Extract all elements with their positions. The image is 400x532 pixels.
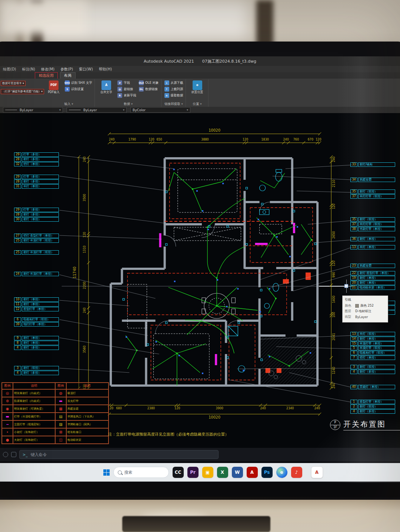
capcut-icon[interactable]: CC (173, 467, 184, 478)
ole-object-button[interactable]: OLEOLE 对象 (139, 80, 159, 85)
dimension-label[interactable]: 1830 (261, 138, 269, 141)
dimension-label[interactable]: 1240 (332, 367, 336, 374)
callout[interactable]: 25射灯·吊顶灯带（双控） (14, 250, 59, 255)
linetype-combo[interactable]: ByLayer ▾ (67, 107, 127, 113)
dimension-label[interactable]: 3900 (216, 407, 223, 410)
callout[interactable]: 13吊灯（单控） (350, 245, 395, 250)
dimension-label[interactable]: 120 (332, 204, 336, 209)
dimension-label[interactable]: 1400 (332, 295, 336, 303)
dimension-label[interactable]: 120 (243, 138, 248, 141)
dimension-label[interactable]: 3500 (83, 194, 86, 201)
set-location-button[interactable]: ⊕设置位置 (189, 80, 206, 94)
dimension-label[interactable]: 240 (83, 156, 86, 162)
dimension-label[interactable]: 240 (332, 383, 336, 389)
callout[interactable]: 33射灯/镜柜 (350, 162, 395, 167)
upload-to-source-button[interactable]: ↑上载到源 (164, 87, 183, 92)
title-block[interactable]: P 1F 开关布置图 PLAN SCALE (330, 419, 400, 430)
dimension-label[interactable]: 240 (109, 138, 114, 141)
callout[interactable]: 7壁灯（单控） (350, 356, 395, 360)
callout[interactable]: 29灯带（多控） (14, 152, 59, 157)
dimension-label[interactable]: 120 (149, 138, 154, 141)
recognize-shx-text-button[interactable]: SHX识别 SHX 文字 (65, 80, 92, 85)
callout[interactable]: 4射灯（多控） (350, 370, 395, 374)
callout[interactable]: 31吊灯（单控） (14, 184, 59, 189)
callout[interactable]: 8射灯（单控） (14, 341, 59, 345)
merge-text-button[interactable]: A合并文字 (98, 80, 115, 94)
drawing-canvas[interactable]: 2401790120650388012018302407606701201002… (0, 113, 400, 448)
callout[interactable]: 2射灯（双控） (350, 404, 395, 409)
search-box[interactable]: 搜索 (113, 467, 169, 478)
dimension-label[interactable]: 240 (283, 138, 289, 141)
legend-table[interactable]: 图例说明图例说明◎明装筒射灯（内嵌式）◍吸顶灯⊕防雾筒射灯（内嵌式）▬发光灯带◉… (1, 382, 109, 444)
command-input[interactable]: >_ 键入命令 (19, 450, 219, 459)
plotstyle-combo[interactable]: ByColor ▾ (130, 107, 190, 113)
callout[interactable]: 14射灯（单控） (350, 337, 395, 341)
acrobat-icon[interactable]: A (247, 467, 258, 478)
recognition-settings-button[interactable]: S识别设置 (65, 87, 92, 92)
dimension-label[interactable]: 2110 (332, 180, 336, 187)
callout[interactable]: 29灯带（多控） (14, 175, 59, 179)
callout[interactable]: 6电视柜灯带（双控） (350, 351, 395, 355)
files-icon[interactable]: ▣ (202, 467, 213, 478)
callout[interactable]: 29灯带（多控） (14, 208, 59, 212)
callout[interactable]: 21电动晾衣架（单控） (350, 285, 395, 290)
callout[interactable]: 10射灯（单控） (14, 297, 59, 302)
command-history-icon[interactable] (11, 452, 16, 457)
callout[interactable]: 13吊灯（双控） (350, 332, 395, 336)
menu-item[interactable]: 修改(M) (38, 67, 57, 72)
dimension-label[interactable]: 240 (260, 407, 266, 410)
dimension-label[interactable]: 240 (314, 407, 320, 410)
callout[interactable]: 23风暖浴霸 (350, 264, 395, 268)
start-button[interactable] (103, 469, 110, 476)
menu-item[interactable]: 参数(P) (57, 67, 76, 72)
callout[interactable]: 4射灯（多控） (14, 346, 59, 350)
callout[interactable]: 28射灯（多控） (14, 212, 59, 217)
color-combo[interactable]: ByLayer ▾ (3, 107, 63, 113)
dimension-label[interactable]: 2340 (286, 407, 294, 410)
menu-item[interactable]: 绘图(D) (0, 67, 19, 72)
data-link-button[interactable]: DL数据链接 (139, 87, 159, 92)
excel-icon[interactable]: X (217, 467, 228, 478)
dimension-label[interactable]: 650 (156, 138, 162, 141)
menu-item[interactable]: 窗口(W) (76, 67, 96, 72)
dimension-label[interactable]: 680 (116, 407, 122, 410)
callout[interactable]: 20射灯（单控） (350, 281, 395, 285)
dimension-label[interactable]: 2380 (147, 407, 155, 410)
word-icon[interactable]: W (232, 467, 243, 478)
panel-title[interactable]: 输入 (45, 102, 92, 107)
panel-title[interactable]: 位置 (189, 102, 206, 107)
dimension-label[interactable]: 990 (332, 272, 336, 277)
dimension-label[interactable]: 120 (83, 232, 86, 237)
callout[interactable]: 35射灯（双控） (350, 217, 395, 222)
dimension-label[interactable]: 100 (332, 312, 336, 317)
dimension-label[interactable]: 1790 (129, 138, 136, 141)
callout[interactable]: 25射灯·吊顶灯带（双控） (14, 238, 59, 243)
panel-title[interactable]: 链接和提取 (164, 102, 183, 107)
callout[interactable]: 4射灯（多控） (350, 409, 395, 414)
callout[interactable]: 3射灯（双控） (14, 366, 59, 370)
dimension-label[interactable]: 11740 (73, 267, 77, 278)
ribbon-tab[interactable]: 精选应用 (35, 72, 58, 79)
dimension-label[interactable]: 10020 (209, 415, 220, 419)
edge-icon[interactable]: e (276, 467, 287, 478)
autocad-icon[interactable]: A (311, 466, 323, 478)
customize-icon[interactable] (3, 452, 8, 457)
callout[interactable]: 1造型灯带（单控） (350, 400, 395, 404)
callout[interactable]: 32壁灯（单控） (14, 162, 59, 166)
callout[interactable]: 34风暖浴霸 (350, 178, 395, 182)
callout[interactable]: 28射灯（多控） (14, 179, 59, 184)
extract-data-button[interactable]: ≡提取数据 (164, 93, 183, 98)
music-icon[interactable]: ♪ (291, 467, 302, 478)
callout[interactable]: 4射灯（多控） (14, 371, 59, 375)
menu-item[interactable]: 标注(N) (19, 67, 38, 72)
dimension-label[interactable]: 670 (308, 138, 313, 141)
premiere-icon[interactable]: Pr (187, 467, 199, 478)
update-fields-button[interactable]: R更新字段 (117, 93, 136, 98)
field-button[interactable]: #字段 (117, 80, 136, 85)
dimension-label[interactable]: 1310 (83, 245, 86, 253)
pdf-import-button[interactable]: PDFPDF输入 (45, 80, 62, 94)
photoshop-icon[interactable]: Ps (261, 467, 273, 478)
callout[interactable]: 37吊灯灯带（双控） (350, 194, 395, 199)
dimension-label[interactable]: 120 (174, 407, 180, 410)
callout[interactable]: 6电视柜灯带（双控） (14, 317, 59, 322)
